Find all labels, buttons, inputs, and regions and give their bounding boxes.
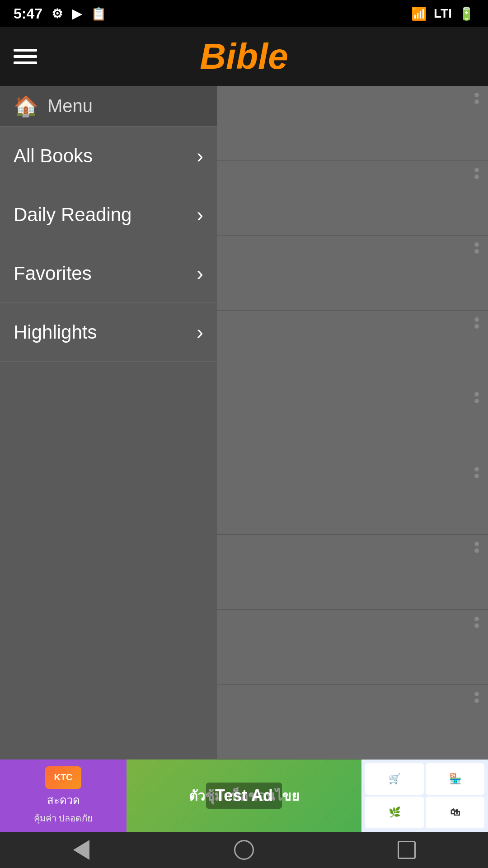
shop4-icon: 🛍 [426,797,484,828]
menu-header: 🏠 Menu [0,86,217,127]
right-panel-row [217,86,488,161]
right-panel-row [217,161,488,236]
happyfresh-icon: 🛒 [365,763,424,795]
wifi-icon: 📶 [411,6,427,21]
ktc-card-icon: KTC [45,766,81,789]
daily-reading-label: Daily Reading [14,204,131,226]
clipboard-icon: 📋 [91,6,107,21]
ktc-label: KTC [54,772,72,783]
dots-menu-icon[interactable] [474,392,479,403]
right-panel [217,86,488,760]
right-panel-row [217,311,488,386]
all-books-label: All Books [14,145,93,167]
hamburger-menu-button[interactable] [14,49,37,64]
navigation-bar [0,832,488,868]
ad-right-shops: 🛒 🏪 🌿 🛍 [361,760,488,832]
battery-icon: 🔋 [459,6,474,21]
chevron-right-icon: › [197,321,203,344]
home-circle-icon [234,840,254,860]
ktc-logo: KTC สะดวด คุ้มค่า ปลอดภัย [34,766,93,826]
highlights-label: Highlights [14,321,97,343]
main-content: 🏠 Menu All Books › Daily Reading › Favor… [0,86,488,760]
back-arrow-icon [73,840,89,860]
right-panel-row [217,460,488,535]
right-panel-row [217,685,488,760]
menu-label: Menu [47,96,93,116]
chevron-right-icon: › [197,145,203,167]
home-button[interactable] [226,836,262,863]
right-panel-row [217,236,488,311]
back-button[interactable] [63,836,99,863]
app-title: Bible [200,36,288,77]
right-panel-row [217,385,488,460]
right-panel-row [217,610,488,685]
ad-sub-tagline: คุ้มค่า ปลอดภัย [34,811,93,826]
menu-item-highlights[interactable]: Highlights › [0,303,217,362]
menu-item-daily-reading[interactable]: Daily Reading › [0,185,217,244]
dots-menu-icon[interactable] [474,242,479,254]
ad-banner[interactable]: KTC สะดวด คุ้มค่า ปลอดภัย ตัวชุ้มำท็อขอน… [0,760,488,832]
dots-menu-icon[interactable] [474,692,479,703]
menu-item-all-books[interactable]: All Books › [0,127,217,185]
favorites-label: Favorites [14,263,92,284]
status-left: 5:47 ⚙ ▶ 📋 [14,5,107,22]
recents-button[interactable] [389,836,425,863]
ad-left-section: KTC สะดวด คุ้มค่า ปลอดภัย [0,760,127,832]
signal-icon: LTI [434,6,452,21]
status-bar: 5:47 ⚙ ▶ 📋 📶 LTI 🔋 [0,0,488,27]
left-menu-panel: 🏠 Menu All Books › Daily Reading › Favor… [0,86,217,760]
dots-menu-icon[interactable] [474,93,479,104]
dots-menu-icon[interactable] [474,168,479,179]
right-panel-row [217,535,488,610]
ad-test-label: Test Ad [206,783,282,809]
ad-tagline-text: สะดวด [47,791,80,809]
status-time: 5:47 [14,5,42,22]
status-right: 📶 LTI 🔋 [411,6,474,21]
lotus-icon: 🌿 [365,797,424,828]
app-header: Bible [0,27,488,86]
dots-menu-icon[interactable] [474,542,479,553]
home-icon: 🏠 [14,94,38,118]
settings-icon: ⚙ [52,6,63,21]
recents-square-icon [398,841,416,859]
play-icon: ▶ [72,6,82,21]
ad-content: KTC สะดวด คุ้มค่า ปลอดภัย ตัวชุ้มำท็อขอน… [0,760,488,832]
dots-menu-icon[interactable] [474,467,479,478]
dots-menu-icon[interactable] [474,317,479,329]
menu-item-favorites[interactable]: Favorites › [0,244,217,303]
dots-menu-icon[interactable] [474,617,479,628]
chevron-right-icon: › [197,262,203,285]
tops-icon: 🏪 [426,763,484,795]
chevron-right-icon: › [197,203,203,226]
